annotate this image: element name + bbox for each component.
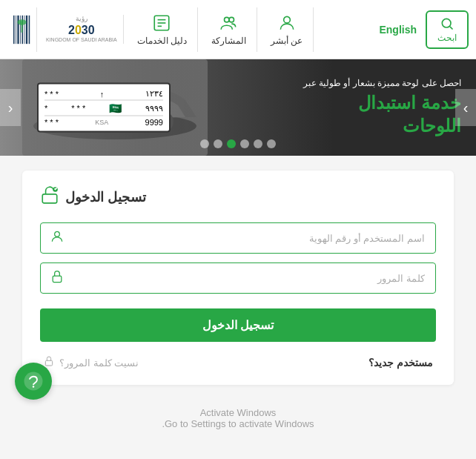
plate-row2-right: ٩٩٩٩	[145, 103, 163, 113]
lock-icon	[41, 269, 73, 288]
watermark-line1: Activate Windows	[0, 407, 476, 418]
svg-rect-11	[17, 15, 19, 43]
svg-rect-28	[45, 360, 52, 366]
password-input-group	[40, 262, 436, 294]
banner-text: احصل على لوحة مميزة بشعار أو طولية عبر خ…	[303, 78, 461, 137]
svg-rect-18	[21, 21, 23, 32]
nav-item-participation[interactable]: المشاركة	[201, 7, 257, 52]
plate-row1-arrow: ↑	[100, 89, 105, 98]
header-nav: عن أبشر المشاركة دليل الخدمات رؤية 2030	[7, 7, 314, 52]
login-title: تسجيل الدخول	[65, 189, 146, 205]
plate-star: *	[44, 104, 47, 113]
vision-logo: رؤية 2030 KINGDOM OF SAUDI ARABIA	[40, 15, 124, 43]
banner: ١٢٣٤ ↑ * * * ٩٩٩٩ 🇸🇦 * * * * 9999 KSA * …	[0, 59, 476, 156]
login-header: تسجيل الدخول	[40, 185, 436, 209]
banner-dot-3[interactable]	[240, 139, 249, 148]
banner-dot-2[interactable]	[254, 139, 262, 148]
login-section: تسجيل الدخول	[22, 171, 454, 385]
banner-title: خدمة استبدال اللوحات	[303, 91, 461, 137]
bottom-links: مستخدم جديد؟ نسيت كلمة المرور؟	[40, 355, 436, 370]
banner-subtitle: احصل على لوحة مميزة بشعار أو طولية عبر	[303, 78, 461, 88]
nav-about-label: عن أبشر	[271, 36, 303, 46]
chatbot-button[interactable]	[15, 363, 52, 400]
new-user-link[interactable]: مستخدم جديد؟	[368, 357, 433, 369]
banner-next-button[interactable]: ›	[455, 89, 476, 126]
banner-dot-4[interactable]	[227, 139, 236, 148]
plate-ksa-label: KSA	[95, 119, 108, 126]
svg-point-30	[33, 386, 35, 388]
svg-point-26	[55, 231, 60, 237]
search-label: ابحث	[437, 33, 457, 43]
banner-prev-button[interactable]: ‹	[0, 89, 21, 126]
svg-point-2	[283, 16, 290, 23]
forgot-password-link[interactable]: نسيت كلمة المرور؟	[43, 355, 139, 370]
main-content: تسجيل الدخول	[0, 156, 476, 400]
svg-point-0	[442, 19, 451, 27]
password-input[interactable]	[73, 263, 435, 293]
banner-title-line2: اللوحات	[403, 116, 461, 136]
nav-item-services[interactable]: دليل الخدمات	[127, 7, 198, 52]
svg-rect-15	[26, 15, 27, 43]
forgot-password-label: نسيت كلمة المرور؟	[59, 357, 139, 369]
svg-rect-27	[53, 276, 62, 282]
plate-row3-left: * * *	[44, 118, 59, 127]
vision-text: رؤية	[76, 15, 87, 23]
plate-flag: 🇸🇦	[109, 102, 122, 114]
plate-row1-left: * * *	[44, 89, 59, 98]
banner-dot-6[interactable]	[200, 139, 209, 148]
banner-dot-5[interactable]	[214, 139, 222, 148]
banner-dot-1[interactable]	[267, 139, 276, 148]
nav-item-about[interactable]: عن أبشر	[260, 7, 314, 52]
svg-rect-24	[42, 194, 57, 203]
login-icon	[40, 185, 59, 209]
svg-point-3	[224, 17, 229, 22]
header-left: ابحث English	[379, 10, 469, 49]
svg-rect-9	[13, 15, 15, 43]
plate-ksa: 9999	[145, 118, 163, 127]
svg-rect-16	[29, 15, 30, 43]
vision-year: 2030	[68, 23, 95, 37]
nav-participation-label: المشاركة	[211, 36, 246, 46]
nav-services-label: دليل الخدمات	[137, 36, 187, 46]
svg-rect-14	[24, 15, 25, 43]
banner-dots	[200, 139, 276, 148]
search-button[interactable]: ابحث	[426, 10, 469, 49]
username-input-group	[40, 222, 436, 254]
username-input[interactable]	[73, 223, 435, 253]
svg-rect-10	[16, 15, 16, 43]
svg-point-4	[229, 17, 234, 22]
login-button[interactable]: تسجيل الدخول	[40, 308, 436, 342]
ksa-logo	[7, 7, 37, 52]
english-link[interactable]: English	[379, 24, 417, 36]
banner-title-line1: خدمة استبدال	[358, 93, 461, 113]
windows-watermark: Activate Windows Go to Settings to activ…	[0, 407, 476, 429]
watermark-line2: Go to Settings to activate Windows.	[0, 418, 476, 429]
plate-row2-left: * * *	[71, 104, 85, 113]
plate-row1-right: ١٢٣٤	[145, 89, 163, 99]
header: ابحث English عن أبشر المشاركة دليل الخد	[0, 0, 476, 59]
svg-line-1	[450, 26, 453, 29]
vision-sub: KINGDOM OF SAUDI ARABIA	[46, 37, 117, 43]
license-plate: ١٢٣٤ ↑ * * * ٩٩٩٩ 🇸🇦 * * * * 9999 KSA * …	[37, 83, 171, 133]
user-icon	[41, 229, 73, 248]
